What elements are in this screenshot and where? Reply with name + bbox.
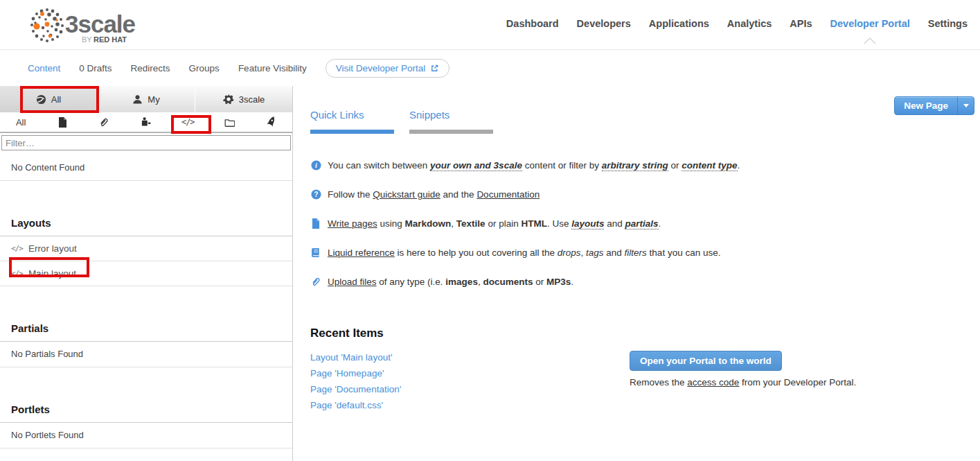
recent-link-documentation[interactable]: Page 'Documentation' (310, 381, 630, 397)
svg-text:3scale: 3scale (65, 10, 136, 37)
recent-items-heading: Recent Items (310, 327, 959, 340)
tip-upload-files: Upload files of any type (i.e. images, d… (310, 277, 959, 287)
tip-liquid-reference: Liquid reference is here to help you out… (310, 247, 959, 258)
tab-quick-links[interactable]: Quick Links (310, 109, 394, 134)
book-icon (310, 247, 321, 258)
portal-subnav: Content 0 Drafts Redirects Groups Featur… (0, 50, 980, 86)
tab-all-label: All (51, 94, 61, 105)
tab-all[interactable]: All (0, 86, 97, 112)
new-page-button[interactable]: New Page (894, 96, 974, 115)
layout-item-main[interactable]: </> Main layout (0, 261, 292, 286)
filter-wrap (0, 133, 292, 153)
no-partials-found: No Partials Found (0, 342, 292, 367)
svg-text:i: i (315, 162, 317, 169)
filter-type-pages[interactable] (42, 117, 83, 128)
tip-write-pages: Write pages using Markdown, Textile or p… (310, 218, 959, 229)
tip-text: Liquid reference is here to help you out… (328, 247, 720, 258)
nav-developers[interactable]: Developers (577, 18, 631, 29)
question-icon: ? (310, 189, 321, 200)
gear-icon (223, 94, 234, 105)
filter-type-builtin[interactable] (251, 117, 292, 128)
nav-developer-portal[interactable]: Developer Portal (830, 18, 910, 29)
recent-link-homepage[interactable]: Page 'Homepage' (310, 365, 630, 381)
svg-text:RED HAT: RED HAT (93, 35, 127, 44)
svg-text:?: ? (314, 191, 318, 198)
filter-type-layouts[interactable]: </> (167, 117, 208, 127)
tip-guides: ? Follow the Quickstart guide and the Do… (310, 189, 959, 200)
portlets-section: Portlets No Portlets Found (0, 401, 292, 449)
portlet-icon (141, 117, 151, 127)
recent-link-default-css[interactable]: Page 'default.css' (310, 397, 630, 413)
tip-switch-content: i You can switch between your own and 3s… (310, 160, 959, 171)
quick-links-tips: i You can switch between your own and 3s… (310, 160, 959, 287)
portlets-heading: Portlets (0, 401, 292, 423)
filter-type-files[interactable] (84, 117, 125, 128)
svg-text:BY: BY (82, 35, 92, 44)
visit-developer-portal-label: Visit Developer Portal (336, 63, 426, 73)
open-portal-box: Open your Portal to the world Removes th… (630, 349, 856, 413)
code-icon: </> (181, 117, 195, 127)
subnav-redirects[interactable]: Redirects (131, 63, 170, 73)
subnav-content[interactable]: Content (28, 63, 60, 73)
tip-text: You can switch between your own and 3sca… (328, 160, 740, 171)
tab-my[interactable]: My (97, 86, 195, 112)
top-header: 3scale BY RED HAT Dashboard Developers A… (0, 0, 980, 50)
layout-item-label: Main layout (28, 268, 76, 279)
visit-developer-portal-button[interactable]: Visit Developer Portal (326, 59, 450, 78)
tab-3scale-label: 3scale (239, 94, 265, 105)
content-type-filter-row: All </> (0, 112, 292, 133)
info-icon: i (310, 160, 321, 171)
layout-item-label: Error layout (28, 243, 77, 254)
layout-item-error[interactable]: </> Error layout (0, 236, 292, 261)
nav-analytics[interactable]: Analytics (727, 18, 772, 29)
external-link-icon (430, 64, 439, 73)
partials-section: Partials No Partials Found (0, 320, 292, 367)
filter-type-portlets[interactable] (125, 117, 167, 127)
no-content-found: No Content Found (0, 155, 292, 181)
recent-link-main-layout[interactable]: Layout 'Main layout' (310, 349, 630, 365)
filter-type-sections[interactable] (208, 118, 250, 127)
nav-apis[interactable]: APIs (790, 18, 812, 29)
user-icon (132, 94, 143, 105)
3scale-logo[interactable]: 3scale BY RED HAT (26, 5, 143, 45)
tab-3scale[interactable]: 3scale (195, 86, 292, 112)
folder-icon (224, 118, 235, 127)
subnav-groups[interactable]: Groups (189, 63, 220, 73)
filter-type-all[interactable]: All (0, 117, 42, 128)
partials-heading: Partials (0, 320, 292, 342)
tip-text: Follow the Quickstart guide and the Docu… (328, 189, 540, 200)
new-page-dropdown[interactable] (957, 97, 974, 114)
globe-icon (36, 94, 46, 105)
attachment-icon (99, 117, 109, 128)
layouts-section: Layouts </> Error layout </> Main layout (0, 214, 292, 286)
layouts-heading: Layouts (0, 214, 292, 236)
top-nav: Dashboard Developers Applications Analyt… (506, 18, 968, 32)
nav-applications[interactable]: Applications (649, 18, 709, 29)
tab-snippets[interactable]: Snippets (409, 109, 493, 134)
recent-items-section: Layout 'Main layout' Page 'Homepage' Pag… (310, 349, 959, 413)
chevron-down-icon (963, 104, 969, 110)
new-page-label: New Page (895, 97, 957, 114)
main-panel: Quick Links Snippets New Page i You can … (293, 86, 980, 461)
rocket-icon (265, 115, 278, 128)
page: 3scale BY RED HAT Dashboard Developers A… (0, 0, 980, 461)
code-icon: </> (11, 244, 23, 253)
content-row: All My 3scale All (0, 86, 980, 461)
recent-links-list: Layout 'Main layout' Page 'Homepage' Pag… (310, 349, 630, 413)
filter-input[interactable] (1, 135, 291, 150)
subnav-feature-visibility[interactable]: Feature Visibility (238, 63, 307, 73)
open-portal-button[interactable]: Open your Portal to the world (630, 351, 782, 371)
attachment-icon (310, 277, 321, 287)
main-tabs: Quick Links Snippets (310, 109, 959, 134)
sidebar-scope-tabs: All My 3scale (0, 86, 292, 112)
page-icon (310, 218, 321, 229)
cms-sidebar: All My 3scale All (0, 86, 293, 461)
tab-my-label: My (148, 94, 159, 105)
tip-text: Upload files of any type (i.e. images, d… (328, 277, 573, 287)
tip-text: Write pages using Markdown, Textile or p… (328, 218, 661, 229)
subnav-drafts[interactable]: 0 Drafts (79, 63, 112, 73)
page-icon (58, 117, 67, 128)
3scale-logo-image: 3scale BY RED HAT (26, 5, 143, 45)
nav-settings[interactable]: Settings (928, 18, 968, 29)
nav-dashboard[interactable]: Dashboard (506, 18, 559, 29)
